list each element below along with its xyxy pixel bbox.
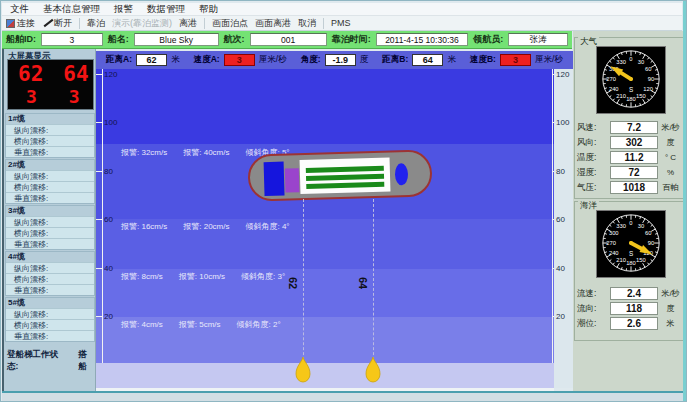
axis-tick-label: 20 bbox=[104, 312, 113, 321]
toolbar-button-label: 演示(靠泊监测) bbox=[112, 17, 172, 30]
toolbar-button[interactable]: 画面离港 bbox=[255, 17, 291, 30]
dock-sensor-marker bbox=[365, 357, 381, 384]
toolbar-button-label: 靠泊 bbox=[87, 17, 105, 30]
toolbar-button[interactable]: 演示(靠泊监测) bbox=[112, 17, 172, 30]
info-label: 领航员: bbox=[473, 33, 503, 46]
connect-icon bbox=[6, 19, 15, 28]
svg-text:330: 330 bbox=[616, 59, 626, 65]
svg-text:30: 30 bbox=[638, 59, 644, 65]
toolbar-button[interactable]: 离港 bbox=[179, 17, 197, 30]
env-field-row: 风速:7.2米/秒 bbox=[577, 120, 683, 135]
env-field-unit: 米/秒 bbox=[658, 122, 683, 133]
info-value-field[interactable]: 001 bbox=[250, 33, 327, 46]
measure-value-field[interactable]: 3 bbox=[224, 54, 255, 66]
env-field-unit: 度 bbox=[658, 137, 683, 148]
axis-tick-label: 40 bbox=[104, 264, 113, 273]
cable-drift-row: 横向漂移: bbox=[6, 319, 94, 330]
svg-text:90: 90 bbox=[648, 240, 654, 246]
cable-drift-row: 横向漂移: bbox=[6, 135, 94, 146]
cable-group-header: 5#缆 bbox=[6, 298, 94, 308]
ship-bow-ellipse bbox=[395, 163, 409, 185]
info-label: 船名: bbox=[108, 33, 129, 46]
svg-text:270: 270 bbox=[606, 240, 616, 246]
display-digit: 3 bbox=[26, 88, 37, 106]
toolbar-button-label: PMS bbox=[331, 18, 351, 28]
svg-text:300: 300 bbox=[609, 230, 619, 236]
svg-text:240: 240 bbox=[609, 86, 619, 92]
wind-direction-gauge: 0306090120150180210240270300330S bbox=[596, 46, 666, 114]
menu-item-基本信息管理[interactable]: 基本信息管理 bbox=[43, 3, 100, 16]
toolbar-button[interactable]: 连接 bbox=[6, 17, 35, 30]
env-field-value[interactable]: 7.2 bbox=[610, 121, 658, 134]
measure-value-field[interactable]: -1.9 bbox=[325, 54, 356, 66]
measure-value-field[interactable]: 3 bbox=[500, 54, 531, 66]
env-field-value[interactable]: 72 bbox=[610, 166, 658, 179]
cable-drift-row: 纵向漂移: bbox=[6, 308, 94, 319]
disconnect-icon bbox=[42, 18, 52, 28]
axis-tick-label-right: 60 bbox=[556, 215, 565, 224]
measure-label: 角度: bbox=[301, 54, 321, 66]
info-value-field[interactable]: 张涛 bbox=[508, 33, 568, 46]
display-digit: 62 bbox=[18, 64, 43, 85]
toolbar-button[interactable]: PMS bbox=[331, 18, 351, 28]
env-field-label: 温度: bbox=[577, 152, 610, 164]
alarm-threshold-text: 倾斜角度: 4° bbox=[245, 221, 289, 232]
menu-item-文件[interactable]: 文件 bbox=[10, 3, 29, 16]
cable-drift-row: 横向漂移: bbox=[6, 227, 94, 238]
measure-value-field[interactable]: 64 bbox=[412, 54, 443, 66]
env-field-value[interactable]: 11.2 bbox=[610, 151, 658, 164]
toolbar-separator bbox=[204, 18, 205, 29]
depth-band bbox=[96, 363, 554, 388]
left-sidebar: 大屏幕显示 626433 1#缆纵向漂移:横向漂移:垂直漂移:2#缆纵向漂移:横… bbox=[2, 49, 96, 391]
axis-tick-label-right: 80 bbox=[556, 167, 565, 176]
measure-value-field[interactable]: 62 bbox=[136, 54, 167, 66]
menu-item-帮助[interactable]: 帮助 bbox=[199, 3, 218, 16]
svg-text:0: 0 bbox=[629, 56, 632, 62]
toolbar-button[interactable]: 取消 bbox=[298, 17, 316, 30]
alarm-threshold-text: 报警: 5cm/s bbox=[179, 319, 221, 330]
toolbar-button[interactable]: 画面泊点 bbox=[212, 17, 248, 30]
alarm-threshold-text: 倾斜角度: 2° bbox=[237, 319, 281, 330]
ocean-title: 海洋 bbox=[578, 201, 599, 210]
left-axis-line bbox=[102, 69, 103, 363]
info-value-field[interactable]: 3 bbox=[41, 33, 103, 46]
right-axis-line bbox=[552, 69, 553, 363]
alarm-threshold-row: 报警: 16cm/s报警: 20cm/s倾斜角度: 4° bbox=[121, 221, 290, 232]
cable-drift-row: 垂直漂移: bbox=[6, 192, 94, 203]
env-field-label: 风速: bbox=[577, 122, 610, 134]
menu-item-报警[interactable]: 报警 bbox=[114, 3, 133, 16]
menu-item-数据管理[interactable]: 数据管理 bbox=[147, 3, 185, 16]
cable-group-5-缆: 5#缆纵向漂移:横向漂移:垂直漂移: bbox=[5, 297, 95, 342]
env-field-value[interactable]: 2.6 bbox=[610, 317, 658, 330]
env-field-unit: 米 bbox=[658, 318, 683, 329]
axis-tick-label-right: 100 bbox=[556, 118, 569, 127]
toolbar-button-label: 连接 bbox=[17, 17, 35, 30]
env-field-label: 湿度: bbox=[577, 167, 610, 179]
ship-deck bbox=[300, 158, 391, 194]
cable-drift-list: 1#缆纵向漂移:横向漂移:垂直漂移:2#缆纵向漂移:横向漂移:垂直漂移:3#缆纵… bbox=[5, 113, 95, 343]
alarm-threshold-text: 报警: 4cm/s bbox=[121, 319, 163, 330]
measure-unit: 度 bbox=[360, 54, 369, 66]
svg-text:210: 210 bbox=[616, 257, 626, 263]
svg-text:180: 180 bbox=[626, 260, 636, 266]
atmosphere-title: 大气 bbox=[578, 37, 599, 46]
svg-text:210: 210 bbox=[616, 93, 626, 99]
alarm-threshold-row: 报警: 8cm/s报警: 10cm/s倾斜角度: 3° bbox=[121, 271, 285, 282]
env-field-row: 流向:118度 bbox=[577, 301, 683, 316]
env-field-value[interactable]: 118 bbox=[610, 302, 658, 315]
ship-cabin-block bbox=[285, 168, 300, 192]
measure-label: 距离B: bbox=[382, 54, 408, 66]
toolbar-button[interactable]: 断开 bbox=[42, 17, 72, 30]
toolbar-button[interactable]: 靠泊 bbox=[87, 17, 105, 30]
env-field-value[interactable]: 302 bbox=[610, 136, 658, 149]
alarm-threshold-text: 报警: 40cm/s bbox=[183, 147, 229, 158]
env-field-value[interactable]: 2.4 bbox=[610, 287, 658, 300]
env-field-value[interactable]: 1018 bbox=[610, 181, 658, 194]
dock-sensor-marker bbox=[295, 357, 311, 384]
alarm-threshold-text: 倾斜角度: 3° bbox=[241, 271, 285, 282]
svg-text:90: 90 bbox=[648, 76, 654, 82]
env-field-row: 湿度:72% bbox=[577, 165, 683, 180]
info-value-field[interactable]: Blue Sky bbox=[134, 33, 219, 46]
info-value-field[interactable]: 2011-4-15 10:30:36 bbox=[376, 33, 469, 46]
svg-text:270: 270 bbox=[606, 76, 616, 82]
